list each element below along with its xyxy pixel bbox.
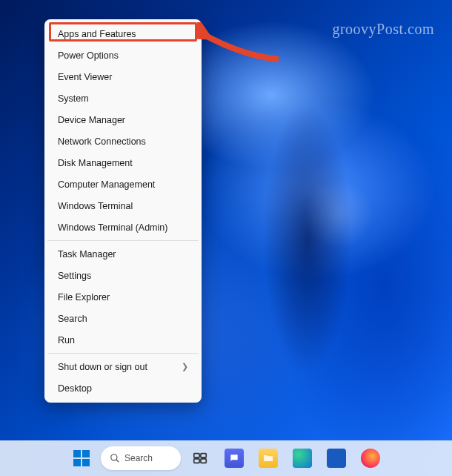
menu-item-event-viewer[interactable]: Event Viewer	[47, 66, 199, 87]
menu-item-task-manager[interactable]: Task Manager	[47, 243, 199, 265]
app-icon	[327, 449, 346, 468]
menu-item-file-explorer[interactable]: File Explorer	[47, 286, 199, 308]
menu-item-settings[interactable]: Settings	[47, 265, 199, 286]
menu-item-disk-management[interactable]: Disk Management	[47, 152, 199, 173]
menu-item-shutdown[interactable]: Shut down or sign out ❯	[47, 356, 199, 377]
edge-icon	[293, 449, 312, 468]
menu-item-apps-features[interactable]: Apps and Features	[47, 23, 199, 44]
menu-item-label: Settings	[58, 271, 91, 281]
menu-separator	[47, 240, 199, 241]
taskbar-chat[interactable]	[219, 443, 249, 473]
start-button[interactable]	[67, 443, 96, 473]
taskbar: Search	[0, 440, 452, 476]
svg-rect-5	[201, 459, 206, 463]
menu-item-label: Network Connections	[58, 136, 146, 147]
menu-item-network-connections[interactable]: Network Connections	[47, 130, 199, 152]
task-view-button[interactable]	[185, 443, 215, 473]
search-icon	[110, 453, 120, 463]
svg-rect-3	[201, 454, 206, 458]
menu-item-search[interactable]: Search	[47, 308, 199, 329]
menu-item-label: System	[58, 93, 89, 104]
chevron-right-icon: ❯	[182, 362, 188, 371]
menu-item-label: Run	[58, 335, 75, 346]
menu-item-windows-terminal-admin[interactable]: Windows Terminal (Admin)	[47, 216, 199, 238]
menu-item-label: Device Manager	[58, 115, 125, 125]
taskbar-file-explorer[interactable]	[253, 443, 283, 473]
watermark-text: groovyPost.com	[332, 21, 434, 38]
menu-item-label: Apps and Features	[58, 29, 136, 39]
menu-item-computer-management[interactable]: Computer Management	[47, 173, 199, 195]
menu-item-label: Task Manager	[58, 249, 116, 260]
menu-item-windows-terminal[interactable]: Windows Terminal	[47, 195, 199, 216]
folder-icon	[259, 449, 278, 468]
taskbar-edge[interactable]	[288, 443, 317, 473]
menu-item-system[interactable]: System	[47, 87, 199, 109]
firefox-icon	[361, 449, 380, 468]
search-label: Search	[124, 453, 153, 463]
taskbar-app[interactable]	[322, 443, 351, 473]
svg-line-1	[116, 460, 119, 463]
menu-item-label: Search	[58, 314, 87, 324]
menu-item-device-manager[interactable]: Device Manager	[47, 109, 199, 130]
winx-context-menu: Apps and Features Power Options Event Vi…	[44, 19, 202, 403]
task-view-icon	[192, 450, 208, 466]
menu-item-label: Windows Terminal	[58, 201, 133, 211]
menu-item-run[interactable]: Run	[47, 329, 199, 351]
menu-item-power-options[interactable]: Power Options	[47, 44, 199, 66]
menu-item-desktop[interactable]: Desktop	[47, 377, 199, 399]
svg-rect-4	[194, 459, 199, 463]
menu-item-label: Desktop	[58, 383, 92, 394]
svg-point-0	[111, 454, 117, 460]
taskbar-firefox[interactable]	[356, 443, 385, 473]
svg-rect-2	[194, 454, 199, 458]
taskbar-search[interactable]: Search	[101, 446, 181, 470]
menu-item-label: Computer Management	[58, 179, 155, 190]
menu-separator	[47, 353, 199, 354]
chat-icon	[225, 449, 244, 468]
menu-item-label: Shut down or sign out	[58, 362, 147, 372]
menu-item-label: File Explorer	[58, 292, 110, 303]
menu-item-label: Disk Management	[58, 158, 133, 168]
menu-item-label: Event Viewer	[58, 72, 112, 82]
menu-item-label: Windows Terminal (Admin)	[58, 222, 167, 233]
menu-item-label: Power Options	[58, 50, 119, 61]
windows-logo-icon	[73, 450, 90, 466]
